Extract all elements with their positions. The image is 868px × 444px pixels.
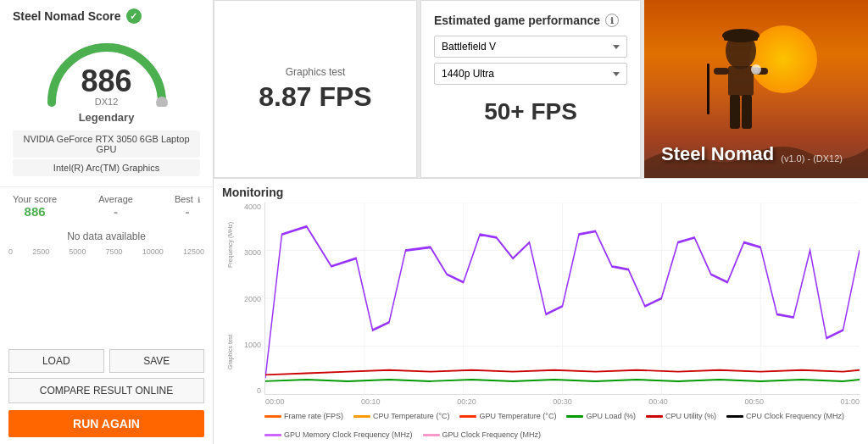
banner-title: Steel Nomad — [661, 143, 774, 165]
legend-gpu-load: GPU Load (%) — [566, 412, 636, 420]
legend-cpu-clock: CPU Clock Frequency (MHz) — [726, 412, 844, 420]
legend-dot-gpu-load — [566, 415, 583, 418]
gauge-number: 886 — [39, 66, 175, 97]
left-panel: Steel Nomad Score ✓ 886 DX12 — [0, 0, 214, 444]
best-label: Best ℹ — [175, 194, 200, 204]
quality-select[interactable]: 1440p Ultra 1080p Ultra 1080p High — [434, 63, 627, 85]
legend-dot-frame-rate — [264, 415, 281, 418]
best-col: Best ℹ - — [175, 194, 200, 219]
no-data-label: No data available — [0, 225, 213, 247]
legend-gpu-clock: GPU Clock Frequency (MHz) — [423, 430, 542, 439]
estimated-box: Estimated game performance ℹ Battlefield… — [420, 0, 641, 178]
score-title: Steel Nomad Score ✓ — [13, 8, 200, 24]
x-axis: 00:00 00:10 00:20 00:30 00:40 00:50 01:0… — [265, 397, 860, 406]
load-button[interactable]: LOAD — [8, 349, 104, 373]
legend-dot-cpu-utility — [646, 415, 663, 418]
y-axis-label2: Graphics test — [227, 319, 233, 369]
legend-dot-gpu-mem-clock — [264, 434, 281, 436]
legend-dot-gpu-temp — [459, 415, 476, 418]
legend-cpu-temp: CPU Temperature (°C) — [353, 412, 449, 420]
estimated-title: Estimated game performance ℹ — [434, 14, 627, 27]
average-label: Average — [98, 194, 133, 204]
game-banner: Steel Nomad (v1.0) - (DX12) — [644, 0, 868, 178]
y-axis-label: Frequency (MHz) — [227, 211, 233, 279]
legend-frame-rate: Frame rate (FPS) — [264, 412, 343, 420]
legend-gpu-mem-clock: GPU Memory Clock Frequency (MHz) — [264, 430, 413, 439]
y-axis: 4000 3000 2000 1000 0 Frequency (MHz) Gr… — [222, 203, 264, 395]
monitoring-section: Monitoring 4000 3000 2000 1000 0 Frequen… — [214, 178, 868, 444]
gauge-score: 886 DX12 — [39, 66, 175, 107]
estimated-fps: 50+ FPS — [434, 98, 627, 125]
best-value: - — [175, 204, 200, 219]
compare-button[interactable]: COMPARE RESULT ONLINE — [8, 378, 204, 403]
banner-overlay: Steel Nomad (v1.0) - (DX12) — [644, 0, 868, 178]
best-info-icon: ℹ — [198, 196, 200, 204]
game-select[interactable]: Battlefield V Cyberpunk 2077 Fortnite — [434, 36, 627, 58]
legend-row: Frame rate (FPS) CPU Temperature (°C) GP… — [222, 408, 860, 441]
legend-dot-cpu-temp — [353, 415, 370, 418]
legend-cpu-utility: CPU Utility (%) — [646, 412, 716, 420]
legend-gpu-temp: GPU Temperature (°C) — [459, 412, 556, 420]
gauge-subtitle: DX12 — [39, 97, 175, 107]
save-button[interactable]: SAVE — [109, 349, 205, 373]
run-again-button[interactable]: RUN AGAIN — [8, 410, 204, 437]
chart-area: 00:00 00:10 00:20 00:30 00:40 00:50 01:0… — [264, 203, 860, 395]
your-score-value: 886 — [13, 204, 57, 219]
chart-axis: 0 2500 5000 7500 10000 12500 — [0, 247, 213, 256]
top-right: Graphics test 8.87 FPS Estimated game pe… — [214, 0, 868, 178]
graphics-test-label: Graphics test — [286, 66, 346, 78]
chart-svg — [265, 203, 860, 394]
chart-wrapper: 4000 3000 2000 1000 0 Frequency (MHz) Gr… — [222, 203, 860, 395]
gauge-container: 886 DX12 — [39, 31, 175, 107]
your-score-label: Your score — [13, 194, 57, 204]
graphics-test-fps: 8.87 FPS — [259, 81, 371, 113]
monitoring-title: Monitoring — [222, 186, 860, 199]
legend-dot-cpu-clock — [726, 415, 743, 418]
average-value: - — [98, 204, 133, 219]
right-area: Graphics test 8.87 FPS Estimated game pe… — [214, 0, 868, 444]
btn-row: LOAD SAVE — [0, 344, 213, 378]
average-col: Average - — [98, 194, 133, 219]
score-section: Steel Nomad Score ✓ 886 DX12 — [0, 0, 213, 182]
check-icon: ✓ — [126, 8, 142, 24]
tier-label: Legendary — [13, 111, 200, 124]
score-title-text: Steel Nomad Score — [13, 9, 121, 23]
banner-subtitle: (v1.0) - (DX12) — [781, 153, 843, 165]
estimated-title-text: Estimated game performance — [434, 14, 600, 27]
gpu2-label: Intel(R) Arc(TM) Graphics — [13, 159, 200, 176]
score-compare: Your score 886 Average - Best ℹ - — [0, 186, 213, 225]
legend-dot-gpu-clock — [423, 434, 440, 436]
gpu1-label: NVIDIA GeForce RTX 3050 6GB Laptop GPU — [13, 130, 200, 158]
graphics-test-box: Graphics test 8.87 FPS — [214, 0, 417, 178]
your-score-col: Your score 886 — [13, 194, 57, 219]
info-icon[interactable]: ℹ — [605, 14, 619, 27]
